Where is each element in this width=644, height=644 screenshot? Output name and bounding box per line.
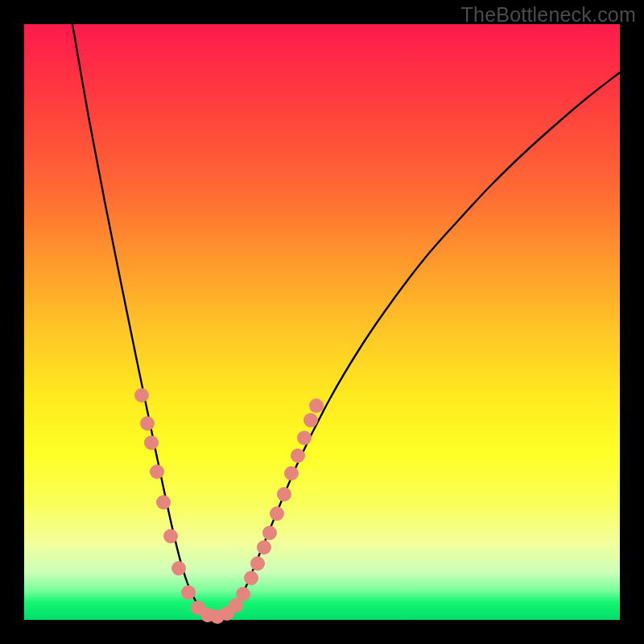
data-marker [156, 495, 171, 510]
data-marker [250, 556, 265, 571]
data-marker [181, 585, 196, 600]
data-marker [303, 413, 318, 427]
bottleneck-curve [72, 24, 620, 616]
data-marker [236, 587, 250, 601]
data-marker [291, 448, 305, 463]
data-marker [309, 398, 324, 413]
data-marker [244, 571, 258, 585]
data-marker [144, 436, 159, 450]
data-marker [262, 526, 277, 540]
curve-path [72, 24, 620, 616]
data-marker [150, 464, 164, 479]
data-marker [270, 506, 284, 521]
marker-group [134, 388, 324, 624]
plot-area [24, 24, 620, 620]
chart-frame: TheBottleneck.com [0, 0, 644, 644]
data-marker [163, 529, 178, 543]
data-marker [297, 431, 312, 445]
watermark-text: TheBottleneck.com [461, 3, 636, 27]
data-marker [284, 466, 299, 481]
data-marker [257, 540, 271, 555]
chart-svg [24, 24, 620, 620]
data-marker [277, 487, 291, 502]
data-marker [140, 416, 155, 431]
data-marker [134, 388, 149, 402]
data-marker [171, 561, 186, 576]
